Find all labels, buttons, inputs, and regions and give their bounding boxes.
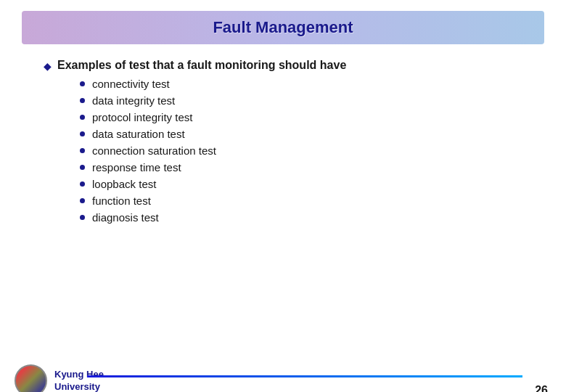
list-item-text: protocol integrity test (92, 111, 192, 123)
university-name-line1: Kyung Hee (54, 369, 104, 380)
list-item-text: function test (92, 195, 151, 207)
bullet-icon (80, 198, 85, 203)
university-name: Kyung Hee University (54, 369, 104, 392)
slide-title: Fault Management (36, 18, 530, 37)
main-bullet-text: Examples of test that a fault monitoring… (57, 59, 346, 72)
list-item: function test (80, 195, 530, 207)
list-item-text: connection saturation test (92, 144, 216, 157)
list-item-text: response time test (92, 161, 181, 173)
bullet-icon (80, 131, 85, 136)
list-item-text: connectivity test (92, 78, 170, 90)
main-bullet-item: ◆ Examples of test that a fault monitori… (44, 59, 530, 72)
university-name-line2: University (54, 381, 100, 392)
footer: Kyung Hee University (0, 364, 566, 392)
list-item: protocol integrity test (80, 111, 530, 123)
list-item: connectivity test (80, 78, 530, 90)
list-item: response time test (80, 161, 530, 173)
bullet-icon (80, 115, 85, 120)
list-item: data integrity test (80, 94, 530, 107)
footer-logo: Kyung Hee University (15, 364, 104, 392)
list-item: diagnosis test (80, 211, 530, 224)
bullet-icon (80, 148, 85, 153)
content-area: ◆ Examples of test that a fault monitori… (0, 52, 566, 235)
title-bar: Fault Management (22, 11, 544, 44)
list-item-text: data integrity test (92, 94, 175, 107)
slide: Fault Management ◆ Examples of test that… (0, 11, 566, 392)
list-item: connection saturation test (80, 144, 530, 157)
diamond-icon: ◆ (44, 60, 52, 72)
list-item: data saturation test (80, 128, 530, 140)
list-item-text: data saturation test (92, 128, 185, 140)
footer-line (87, 375, 522, 377)
bullet-icon (80, 165, 85, 170)
bullet-icon (80, 98, 85, 103)
list-item-text: diagnosis test (92, 211, 159, 224)
list-item-text: loopback test (92, 178, 156, 190)
bullet-icon (80, 215, 85, 220)
bullet-icon (80, 81, 85, 86)
sub-list: connectivity test data integrity test pr… (44, 78, 530, 224)
list-item: loopback test (80, 178, 530, 190)
university-logo (15, 364, 47, 392)
bullet-icon (80, 181, 85, 187)
page-number: 26 (535, 384, 548, 392)
